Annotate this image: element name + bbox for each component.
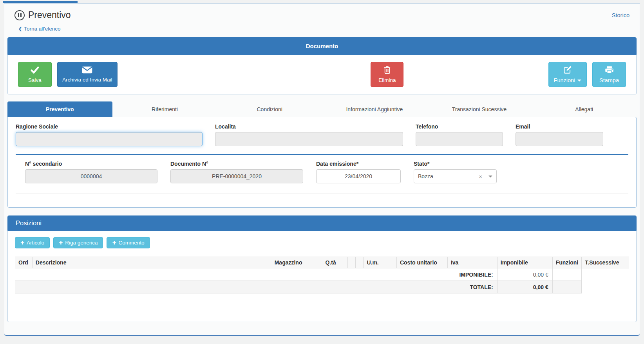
- table-header-row: Ord Descrizione Magazzino Q.tà U.m. Cost…: [15, 257, 629, 268]
- functions-dropdown-button[interactable]: Funzioni: [548, 62, 587, 87]
- select-caret-icon[interactable]: [488, 176, 492, 177]
- email-input: [516, 132, 603, 146]
- field-localita: Localita: [215, 123, 403, 146]
- add-articolo-label: Articolo: [27, 240, 44, 246]
- col-magazzino: Magazzino: [263, 257, 314, 268]
- localita-label: Localita: [215, 123, 403, 130]
- field-email: Email: [516, 123, 603, 146]
- add-riga-generica-label: Riga generica: [65, 240, 98, 246]
- documento-toolbar: Salva Archivia ed Invia Mail: [7, 55, 637, 94]
- clear-selection-icon[interactable]: ×: [479, 173, 482, 180]
- totale-total-row: TOTALE: 0,00 €: [15, 281, 629, 293]
- data-emissione-input[interactable]: [316, 169, 401, 183]
- envelope-icon: [82, 66, 92, 75]
- col-imponibile: Imponibile: [497, 257, 552, 268]
- stato-label: Stato*: [414, 161, 497, 167]
- field-n-secondario: N° secondario: [25, 161, 157, 183]
- documento-n-input: [170, 169, 303, 183]
- imponibile-total-label: IMPONIBILE:: [15, 268, 497, 281]
- ragione-sociale-input[interactable]: [16, 132, 203, 146]
- col-ord: Ord: [15, 257, 33, 268]
- tab-condizioni[interactable]: Condizioni: [217, 101, 322, 117]
- posizioni-actions: ✚ Articolo ✚ Riga generica ✚ Commento: [15, 237, 629, 248]
- col-funzioni: Funzioni: [552, 257, 582, 268]
- add-articolo-button[interactable]: ✚ Articolo: [15, 237, 50, 248]
- plus-icon: ✚: [112, 240, 116, 246]
- col-costo-unitario: Costo unitario: [396, 257, 447, 268]
- storico-link[interactable]: Storico: [612, 12, 630, 18]
- totale-total-value: 0,00 €: [497, 281, 552, 293]
- imponibile-total-row: IMPONIBILE: 0,00 €: [15, 268, 629, 281]
- page-container: Preventivo Storico ❮ Torna all'elenco Do…: [4, 3, 640, 336]
- col-um: U.m.: [364, 257, 397, 268]
- trash-icon: [384, 66, 391, 75]
- tab-allegati[interactable]: Allegati: [532, 101, 637, 117]
- localita-input: [215, 132, 403, 146]
- col-t-successive: T.Successive: [582, 257, 629, 268]
- ghost-cell: [582, 281, 629, 293]
- delete-button-label: Elimina: [378, 77, 396, 83]
- posizioni-panel-title: Posizioni: [7, 215, 637, 231]
- documento-n-label: Documento N°: [170, 161, 303, 167]
- pencil-square-icon: [563, 65, 572, 75]
- n-secondario-label: N° secondario: [25, 161, 157, 167]
- add-riga-generica-button[interactable]: ✚ Riga generica: [53, 237, 103, 248]
- field-stato: Stato* Bozza ×: [414, 161, 497, 183]
- col-descrizione: Descrizione: [32, 257, 263, 268]
- imponibile-funzioni-cell: [552, 268, 582, 281]
- save-button[interactable]: Salva: [18, 62, 52, 87]
- chevron-left-icon: ❮: [18, 26, 22, 31]
- stato-selected-value: Bozza: [418, 173, 479, 179]
- page-header: Preventivo Storico ❮ Torna all'elenco: [4, 4, 640, 32]
- save-button-label: Salva: [28, 77, 42, 83]
- stato-select[interactable]: Bozza ×: [414, 169, 497, 183]
- telefono-label: Telefono: [416, 123, 503, 130]
- delete-button[interactable]: Elimina: [371, 62, 403, 87]
- col-qta: Q.tà: [314, 257, 347, 268]
- document-numbers-section: N° secondario Documento N° Data emission…: [16, 155, 628, 194]
- print-button[interactable]: Stampa: [592, 62, 626, 87]
- add-commento-button[interactable]: ✚ Commento: [107, 237, 150, 248]
- totale-funzioni-cell: [552, 281, 582, 293]
- pause-circle-icon: [14, 10, 25, 20]
- posizioni-panel: Posizioni ✚ Articolo ✚ Riga generica ✚ C…: [7, 215, 637, 322]
- imponibile-total-value: 0,00 €: [497, 268, 552, 281]
- field-telefono: Telefono: [416, 123, 503, 146]
- back-link-label: Torna all'elenco: [24, 26, 60, 32]
- tab-informazioni-aggiuntive[interactable]: Informazioni Aggiuntive: [322, 101, 427, 117]
- documento-panel: Documento Salva Archivia ed Invia Mail: [7, 37, 637, 94]
- ghost-cell: [582, 268, 629, 281]
- caret-down-icon: [577, 80, 581, 81]
- email-label: Email: [516, 123, 603, 130]
- document-tabs: Preventivo Riferimenti Condizioni Inform…: [7, 101, 637, 117]
- col-empty-1: [347, 257, 355, 268]
- col-iva: Iva: [447, 257, 497, 268]
- n-secondario-input: [25, 169, 157, 183]
- field-data-emissione: Data emissione*: [316, 161, 401, 183]
- add-commento-label: Commento: [119, 240, 145, 246]
- preventivo-tab-panel: Ragione Sociale Localita Telefono Email …: [7, 117, 637, 208]
- plus-icon: ✚: [59, 240, 63, 246]
- field-documento-n: Documento N°: [170, 161, 303, 183]
- tab-transazioni-sucessive[interactable]: Transazioni Sucessive: [427, 101, 532, 117]
- check-icon: [31, 66, 39, 75]
- documento-panel-title: Documento: [7, 37, 637, 55]
- field-ragione-sociale: Ragione Sociale: [16, 123, 203, 146]
- ragione-sociale-label: Ragione Sociale: [16, 123, 203, 130]
- back-to-list-link[interactable]: ❮ Torna all'elenco: [18, 26, 61, 32]
- print-button-label: Stampa: [599, 77, 619, 83]
- telefono-input: [416, 132, 503, 146]
- archive-send-mail-button[interactable]: Archivia ed Invia Mail: [57, 62, 118, 87]
- printer-icon: [605, 66, 614, 75]
- positions-table: Ord Descrizione Magazzino Q.tà U.m. Cost…: [15, 257, 629, 293]
- tab-riferimenti[interactable]: Riferimenti: [112, 101, 217, 117]
- tab-preventivo[interactable]: Preventivo: [7, 101, 112, 117]
- page-title: Preventivo: [28, 10, 71, 20]
- totale-total-label: TOTALE:: [15, 281, 497, 293]
- col-empty-2: [356, 257, 364, 268]
- functions-button-label: Funzioni: [554, 77, 575, 83]
- data-emissione-label: Data emissione*: [316, 161, 401, 167]
- plus-icon: ✚: [20, 240, 24, 246]
- archive-send-mail-label: Archivia ed Invia Mail: [62, 77, 112, 83]
